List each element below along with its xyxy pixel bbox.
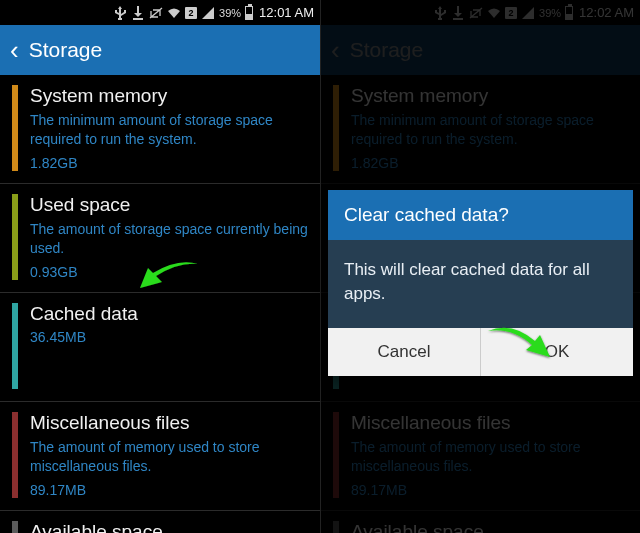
item-info: System memoryThe minimum amount of stora… xyxy=(30,85,308,171)
header-bar: ‹ Storage xyxy=(0,25,320,75)
item-info: Cached data36.45MB xyxy=(30,303,308,389)
storage-item[interactable]: Miscellaneous filesThe amount of memory … xyxy=(0,402,320,511)
item-size: 1.82GB xyxy=(30,155,308,171)
download-icon xyxy=(131,6,145,20)
color-swatch xyxy=(12,194,18,280)
item-size: 36.45MB xyxy=(30,329,308,345)
item-title: Used space xyxy=(30,194,308,216)
no-sim-icon xyxy=(149,6,163,20)
sim-indicator: 2 xyxy=(185,7,197,19)
storage-list: System memoryThe minimum amount of stora… xyxy=(0,75,320,533)
phone-left: 2 39% 12:01 AM ‹ Storage System memoryTh… xyxy=(0,0,320,533)
status-bar: 2 39% 12:01 AM xyxy=(0,0,320,25)
item-info: Miscellaneous filesThe amount of memory … xyxy=(30,412,308,498)
battery-icon xyxy=(245,6,253,20)
usb-icon xyxy=(113,6,127,20)
signal-icon xyxy=(201,6,215,20)
dialog-buttons: Cancel OK xyxy=(328,328,633,376)
clock: 12:01 AM xyxy=(259,5,314,20)
color-swatch xyxy=(12,303,18,389)
battery-percent: 39% xyxy=(219,7,241,19)
phone-right: 2 39% 12:02 AM ‹ Storage System memoryTh… xyxy=(320,0,640,533)
page-title: Storage xyxy=(29,38,103,62)
item-title: Cached data xyxy=(30,303,308,325)
wifi-icon xyxy=(167,6,181,20)
item-description: The amount of memory used to store misce… xyxy=(30,438,308,476)
item-description: The minimum amount of storage space requ… xyxy=(30,111,308,149)
dialog-body: This will clear cached data for all apps… xyxy=(328,240,633,328)
color-swatch xyxy=(12,521,18,533)
ok-button[interactable]: OK xyxy=(480,328,633,376)
item-title: Miscellaneous files xyxy=(30,412,308,434)
back-icon[interactable]: ‹ xyxy=(10,37,19,63)
color-swatch xyxy=(12,412,18,498)
item-title: System memory xyxy=(30,85,308,107)
item-description: The amount of storage space currently be… xyxy=(30,220,308,258)
item-info: Available spaceThe amount of storage spa… xyxy=(30,521,308,533)
storage-item[interactable]: Available spaceThe amount of storage spa… xyxy=(0,511,320,533)
color-swatch xyxy=(12,85,18,171)
storage-item[interactable]: System memoryThe minimum amount of stora… xyxy=(0,75,320,184)
item-size: 89.17MB xyxy=(30,482,308,498)
item-info: Used spaceThe amount of storage space cu… xyxy=(30,194,308,280)
storage-item[interactable]: Used spaceThe amount of storage space cu… xyxy=(0,184,320,293)
storage-item[interactable]: Cached data36.45MB xyxy=(0,293,320,402)
clear-cache-dialog: Clear cached data? This will clear cache… xyxy=(328,190,633,376)
dialog-title: Clear cached data? xyxy=(328,190,633,240)
cancel-button[interactable]: Cancel xyxy=(328,328,480,376)
item-title: Available space xyxy=(30,521,308,533)
item-size: 0.93GB xyxy=(30,264,308,280)
modal-overlay: Clear cached data? This will clear cache… xyxy=(321,0,640,533)
